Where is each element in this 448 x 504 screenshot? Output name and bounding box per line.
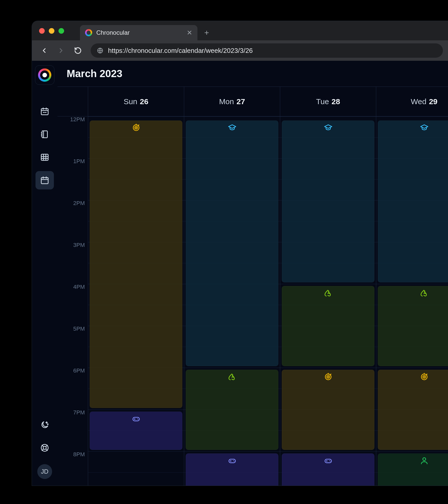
event-game[interactable] xyxy=(90,412,182,450)
time-gutter: 12PM1PM2PM3PM4PM5PM6PM7PM8PM xyxy=(57,116,88,486)
browser-window: Chronocular ✕ + https://chronocular.com/… xyxy=(32,21,448,486)
day-column[interactable] xyxy=(376,116,448,486)
window-zoom-button[interactable] xyxy=(58,28,64,34)
event-gym[interactable] xyxy=(186,370,278,450)
nav-forward-button[interactable] xyxy=(54,43,68,58)
day-of-week: Wed xyxy=(411,97,426,106)
user-icon xyxy=(420,456,429,465)
sidebar: JD xyxy=(32,61,57,486)
event-gym[interactable] xyxy=(378,286,448,366)
event-goal[interactable] xyxy=(282,370,374,450)
day-of-month: 26 xyxy=(140,97,148,106)
event-school[interactable] xyxy=(378,121,448,282)
gamepad-icon xyxy=(228,456,237,465)
main-area: March 2023 Sun26Mon27Tue28Wed2912PM1PM2P… xyxy=(57,61,448,486)
sidebar-table-button[interactable] xyxy=(36,148,54,166)
table-icon xyxy=(40,153,49,162)
day-header[interactable]: Mon27 xyxy=(184,87,280,116)
hour-label: 12PM xyxy=(70,116,85,123)
window-minimize-button[interactable] xyxy=(49,28,54,34)
day-of-month: 29 xyxy=(429,97,437,106)
hour-label: 4PM xyxy=(73,284,85,290)
hour-label: 5PM xyxy=(73,326,85,332)
hour-label: 8PM xyxy=(73,451,85,458)
grid-corner xyxy=(57,87,88,116)
nav-reload-button[interactable] xyxy=(71,43,85,58)
tab-favicon-icon xyxy=(85,29,92,36)
url-text: https://chronocular.com/calendar/week/20… xyxy=(108,47,253,55)
day-of-week: Tue xyxy=(316,97,329,106)
sidebar-life-buoy-button[interactable] xyxy=(36,439,54,457)
browser-tab[interactable]: Chronocular ✕ xyxy=(80,25,197,40)
event-game[interactable] xyxy=(186,453,278,486)
gamepad-icon xyxy=(132,414,140,423)
tab-title: Chronocular xyxy=(96,29,183,36)
day-column[interactable] xyxy=(88,116,184,486)
new-tab-button[interactable]: + xyxy=(201,27,213,39)
sidebar-notebook-button[interactable] xyxy=(36,125,54,143)
day-of-week: Mon xyxy=(219,97,234,106)
calendar-range-icon xyxy=(40,107,49,116)
sidebar-moon-stars-button[interactable] xyxy=(36,416,54,434)
graduation-icon xyxy=(420,123,429,132)
hour-label: 6PM xyxy=(73,367,85,374)
day-of-month: 27 xyxy=(237,97,245,106)
eye-logo-icon xyxy=(38,68,51,82)
calendar-grid: Sun26Mon27Tue28Wed2912PM1PM2PM3PM4PM5PM6… xyxy=(57,87,448,486)
app-logo[interactable] xyxy=(35,65,54,85)
day-of-week: Sun xyxy=(124,97,137,106)
flex-icon xyxy=(228,373,237,381)
user-avatar[interactable]: JD xyxy=(37,464,52,479)
event-school[interactable] xyxy=(186,121,278,366)
day-column[interactable] xyxy=(184,116,280,486)
hour-label: 1PM xyxy=(73,158,85,165)
graduation-icon xyxy=(324,123,333,132)
hour-label: 3PM xyxy=(73,242,85,248)
site-info-icon[interactable] xyxy=(97,47,103,54)
hour-label: 2PM xyxy=(73,200,85,207)
target-icon xyxy=(132,123,140,132)
day-header[interactable]: Tue28 xyxy=(280,87,376,116)
day-header[interactable]: Sun26 xyxy=(88,87,184,116)
day-column[interactable] xyxy=(280,116,376,486)
event-gym[interactable] xyxy=(282,286,374,366)
event-person[interactable] xyxy=(378,453,448,486)
target-icon xyxy=(324,373,333,381)
browser-toolbar: https://chronocular.com/calendar/week/20… xyxy=(32,40,448,61)
flex-icon xyxy=(324,289,333,297)
calendar-days-icon xyxy=(40,176,49,185)
event-goal[interactable] xyxy=(378,370,448,450)
gamepad-icon xyxy=(324,456,333,465)
moon-stars-icon xyxy=(40,420,49,429)
event-game[interactable] xyxy=(282,453,374,486)
window-controls xyxy=(39,28,64,34)
tab-close-button[interactable]: ✕ xyxy=(187,29,192,36)
sidebar-calendar-range-button[interactable] xyxy=(36,102,54,121)
day-of-month: 28 xyxy=(332,97,340,106)
address-bar[interactable]: https://chronocular.com/calendar/week/20… xyxy=(91,43,443,58)
flex-icon xyxy=(420,289,429,297)
window-close-button[interactable] xyxy=(39,28,45,34)
titlebar: Chronocular ✕ + xyxy=(32,21,448,40)
graduation-icon xyxy=(228,123,237,132)
notebook-icon xyxy=(40,130,49,139)
nav-back-button[interactable] xyxy=(37,43,51,58)
hour-label: 7PM xyxy=(73,409,85,416)
event-goal[interactable] xyxy=(90,121,182,408)
app-root: JD March 2023 Sun26Mon27Tue28Wed2912PM1P… xyxy=(32,61,448,486)
life-buoy-icon xyxy=(40,443,49,452)
sidebar-calendar-days-button[interactable] xyxy=(36,171,54,189)
event-school[interactable] xyxy=(282,121,374,282)
page-title: March 2023 xyxy=(57,61,448,87)
day-header[interactable]: Wed29 xyxy=(376,87,448,116)
target-icon xyxy=(420,373,429,381)
